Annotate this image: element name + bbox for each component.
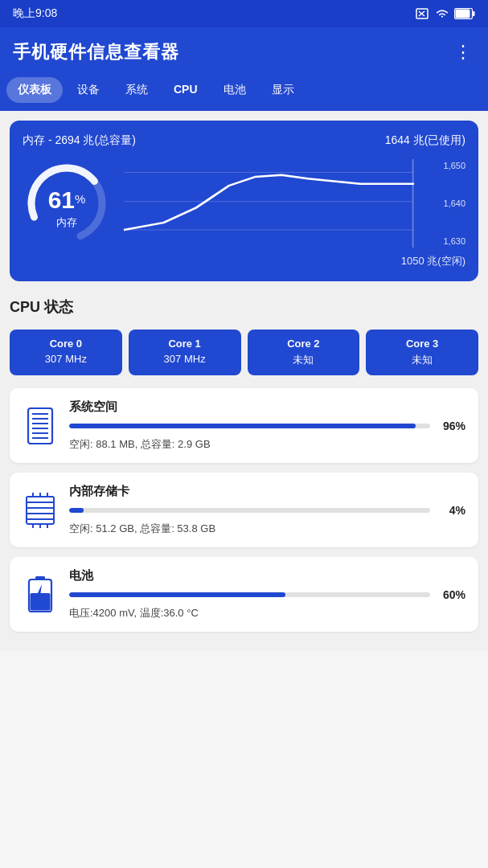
memory-header: 内存 - 2694 兆(总容量) 1644 兆(已使用) xyxy=(23,133,465,148)
battery-card-progress-fill xyxy=(69,592,285,597)
internal-storage-percent: 4% xyxy=(437,504,465,517)
system-space-icon xyxy=(23,406,58,446)
svg-rect-4 xyxy=(473,11,475,16)
gauge-percent-value: 61% xyxy=(48,186,86,214)
app-header: 手机硬件信息查看器 ⋮ xyxy=(0,27,488,77)
app-title: 手机硬件信息查看器 xyxy=(13,40,179,64)
tab-bar: 仪表板 设备 系统 CPU 电池 显示 xyxy=(0,77,488,111)
internal-storage-icon xyxy=(23,490,58,530)
tab-system[interactable]: 系统 xyxy=(114,77,159,103)
battery-card-percent: 60% xyxy=(437,588,465,601)
system-space-progress-row: 96% xyxy=(69,420,465,432)
internal-storage-title: 内部存储卡 xyxy=(69,484,465,499)
battery-card-progress-bg xyxy=(69,592,430,597)
tab-device[interactable]: 设备 xyxy=(66,77,111,103)
battery-card-detail: 电压:4200 mV, 温度:36.0 °C xyxy=(69,606,465,620)
chart-labels: 1,650 1,640 1,630 xyxy=(443,159,465,248)
wifi-icon xyxy=(435,8,449,19)
battery-status-icon xyxy=(454,8,475,19)
more-menu-button[interactable]: ⋮ xyxy=(451,39,475,66)
core-3[interactable]: Core 3 未知 xyxy=(366,330,478,375)
memory-chart-svg xyxy=(124,159,465,248)
tab-dashboard[interactable]: 仪表板 xyxy=(6,77,63,103)
tab-display[interactable]: 显示 xyxy=(260,77,306,103)
battery-card-progress-row: 60% xyxy=(69,588,465,601)
system-space-progress-fill xyxy=(69,424,416,428)
core-1[interactable]: Core 1 307 MHz xyxy=(129,330,241,375)
system-space-progress-bg xyxy=(69,424,430,428)
svg-rect-35 xyxy=(35,576,45,580)
memory-gauge: 61% 内存 xyxy=(23,159,111,248)
main-content: 内存 - 2694 兆(总容量) 1644 兆(已使用) 61% 内存 xyxy=(0,111,488,651)
status-icons xyxy=(416,8,475,19)
memory-chart-area: 1,650 1,640 1,630 xyxy=(124,159,465,248)
status-time: 晚上9:08 xyxy=(13,6,57,21)
core-0[interactable]: Core 0 307 MHz xyxy=(10,330,122,375)
internal-storage-content: 内部存储卡 4% 空闲: 51.2 GB, 总容量: 53.8 GB xyxy=(69,484,465,536)
core-2[interactable]: Core 2 未知 xyxy=(248,330,360,375)
sim-icon xyxy=(416,8,430,19)
tab-battery[interactable]: 电池 xyxy=(212,77,257,103)
gauge-label: 内存 xyxy=(48,215,86,230)
system-space-title: 系统空间 xyxy=(69,399,465,415)
status-bar: 晚上9:08 xyxy=(0,0,488,27)
battery-card-title: 电池 xyxy=(69,568,465,583)
memory-label-left: 内存 - 2694 兆(总容量) xyxy=(23,133,136,148)
battery-card-content: 电池 60% 电压:4200 mV, 温度:36.0 °C xyxy=(69,568,465,620)
memory-label-right: 1644 兆(已使用) xyxy=(385,133,465,148)
memory-body: 61% 内存 1,650 xyxy=(23,159,465,248)
memory-card: 内存 - 2694 兆(总容量) 1644 兆(已使用) 61% 内存 xyxy=(10,121,478,281)
internal-storage-detail: 空闲: 51.2 GB, 总容量: 53.8 GB xyxy=(69,522,465,536)
svg-rect-5 xyxy=(456,10,470,18)
system-space-content: 系统空间 96% 空闲: 88.1 MB, 总容量: 2.9 GB xyxy=(69,399,465,452)
tab-cpu[interactable]: CPU xyxy=(162,77,209,103)
system-space-card: 系统空间 96% 空闲: 88.1 MB, 总容量: 2.9 GB xyxy=(10,388,478,463)
system-space-percent: 96% xyxy=(437,420,465,432)
internal-storage-progress-fill xyxy=(69,508,84,513)
gauge-text: 61% 内存 xyxy=(48,186,86,230)
battery-card: 电池 60% 电压:4200 mV, 温度:36.0 °C xyxy=(10,557,478,632)
svg-rect-23 xyxy=(27,497,54,524)
battery-card-icon xyxy=(23,575,58,615)
internal-storage-card: 内部存储卡 4% 空闲: 51.2 GB, 总容量: 53.8 GB xyxy=(10,473,478,547)
memory-footer: 1050 兆(空闲) xyxy=(23,254,465,268)
system-space-detail: 空闲: 88.1 MB, 总容量: 2.9 GB xyxy=(69,437,465,452)
internal-storage-progress-bg xyxy=(69,508,430,513)
cpu-cores-grid: Core 0 307 MHz Core 1 307 MHz Core 2 未知 … xyxy=(10,330,478,375)
internal-storage-progress-row: 4% xyxy=(69,504,465,517)
cpu-section-title: CPU 状态 xyxy=(10,294,478,320)
